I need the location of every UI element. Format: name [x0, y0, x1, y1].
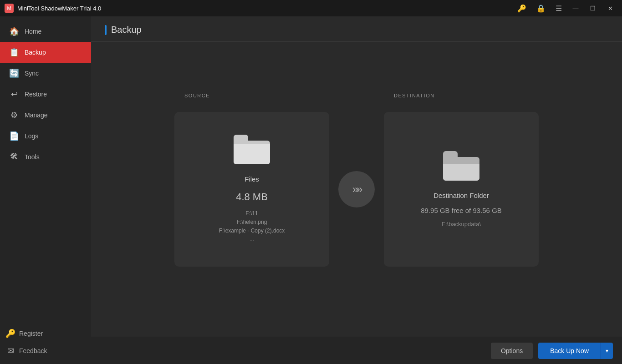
sidebar-item-manage[interactable]: ⚙ Manage [0, 105, 91, 126]
source-file-3: F:\example - Copy (2).docx [219, 227, 285, 235]
sidebar-item-sync-label: Sync [25, 70, 39, 77]
destination-card-content: Destination Folder 89.95 GB free of 93.5… [421, 151, 502, 228]
sidebar-item-restore-label: Restore [25, 91, 47, 98]
key-icon[interactable]: 🔑 [514, 2, 530, 15]
titlebar-controls: 🔑 🔒 ☰ — ❐ ✕ [514, 1, 617, 15]
sidebar-item-feedback[interactable]: ✉ Feedback [0, 342, 91, 359]
options-button[interactable]: Options [491, 343, 533, 359]
source-file-1: F:\11 [219, 209, 285, 218]
sidebar-item-backup[interactable]: 📋 Backup [0, 42, 91, 63]
sidebar: 🏠 Home 📋 Backup 🔄 Sync ↩ Restore ⚙ Manag… [0, 16, 91, 364]
close-button[interactable]: ✕ [603, 1, 617, 15]
maximize-button[interactable]: ❐ [586, 1, 600, 15]
sidebar-item-feedback-label: Feedback [19, 347, 47, 354]
minimize-button[interactable]: — [568, 1, 583, 15]
feedback-icon: ✉ [5, 346, 15, 356]
sidebar-nav: 🏠 Home 📋 Backup 🔄 Sync ↩ Restore ⚙ Manag… [0, 16, 91, 325]
sidebar-item-home[interactable]: 🏠 Home [0, 21, 91, 42]
logs-icon: 📄 [9, 131, 19, 141]
menu-icon[interactable]: ☰ [552, 2, 566, 15]
destination-folder-icon [443, 151, 479, 181]
destination-card[interactable]: DESTINATION Destination Folder 89.95 GB … [384, 112, 539, 267]
sidebar-item-manage-label: Manage [25, 111, 48, 119]
source-name: Files [245, 175, 259, 183]
lock-icon[interactable]: 🔒 [533, 2, 549, 15]
sidebar-bottom: 🔑 Register ✉ Feedback [0, 325, 91, 364]
backup-now-button[interactable]: Back Up Now [538, 343, 601, 359]
home-icon: 🏠 [9, 26, 19, 36]
app-layout: 🏠 Home 📋 Backup 🔄 Sync ↩ Restore ⚙ Manag… [0, 16, 622, 364]
manage-icon: ⚙ [9, 110, 19, 120]
main-content: Backup SOURCE Files 4.8 MB F:\11 [91, 16, 622, 364]
sidebar-item-tools[interactable]: 🛠 Tools [0, 147, 91, 167]
sidebar-item-home-label: Home [25, 28, 41, 35]
sidebar-item-register[interactable]: 🔑 Register [0, 325, 91, 342]
dropdown-arrow-icon: ▾ [606, 348, 608, 354]
destination-label: DESTINATION [394, 93, 435, 98]
sidebar-item-logs-label: Logs [25, 132, 38, 140]
app-logo-icon: M [5, 4, 14, 13]
backup-area: SOURCE Files 4.8 MB F:\11 F:\helen.png F… [91, 42, 622, 337]
sidebar-item-sync[interactable]: 🔄 Sync [0, 63, 91, 84]
sidebar-item-restore[interactable]: ↩ Restore [0, 84, 91, 105]
source-files-list: F:\11 F:\helen.png F:\example - Copy (2)… [219, 209, 285, 244]
source-label: SOURCE [184, 93, 210, 98]
restore-icon: ↩ [9, 89, 19, 99]
sidebar-item-tools-label: Tools [25, 153, 40, 161]
app-name-label: MiniTool ShadowMaker Trial 4.0 [17, 5, 101, 12]
page-header: Backup [91, 16, 622, 42]
source-file-more: ... [219, 235, 285, 244]
titlebar: M MiniTool ShadowMaker Trial 4.0 🔑 🔒 ☰ —… [0, 0, 622, 16]
tools-icon: 🛠 [9, 152, 19, 162]
destination-name: Destination Folder [433, 192, 489, 199]
bottom-bar: Options Back Up Now ▾ [91, 337, 622, 364]
source-card[interactable]: SOURCE Files 4.8 MB F:\11 F:\helen.png F… [174, 112, 329, 267]
source-folder-icon [234, 135, 270, 164]
backup-now-wrap: Back Up Now ▾ [538, 343, 613, 359]
header-accent [105, 25, 107, 35]
backup-icon: 📋 [9, 47, 19, 57]
destination-free-space: 89.95 GB free of 93.56 GB [421, 207, 502, 214]
page-title: Backup [111, 25, 142, 35]
sidebar-item-backup-label: Backup [25, 49, 46, 56]
destination-path: F:\backupdata\ [442, 221, 481, 228]
source-size: 4.8 MB [236, 191, 268, 203]
arrow-connector: »» [338, 171, 375, 207]
source-card-content: Files 4.8 MB F:\11 F:\helen.png F:\examp… [219, 135, 285, 244]
sidebar-item-logs[interactable]: 📄 Logs [0, 126, 91, 147]
source-file-2: F:\helen.png [219, 218, 285, 227]
backup-now-dropdown-button[interactable]: ▾ [601, 343, 613, 359]
register-icon: 🔑 [5, 329, 15, 339]
app-title: M MiniTool ShadowMaker Trial 4.0 [5, 4, 514, 13]
sidebar-item-register-label: Register [19, 330, 43, 337]
sync-icon: 🔄 [9, 68, 19, 78]
